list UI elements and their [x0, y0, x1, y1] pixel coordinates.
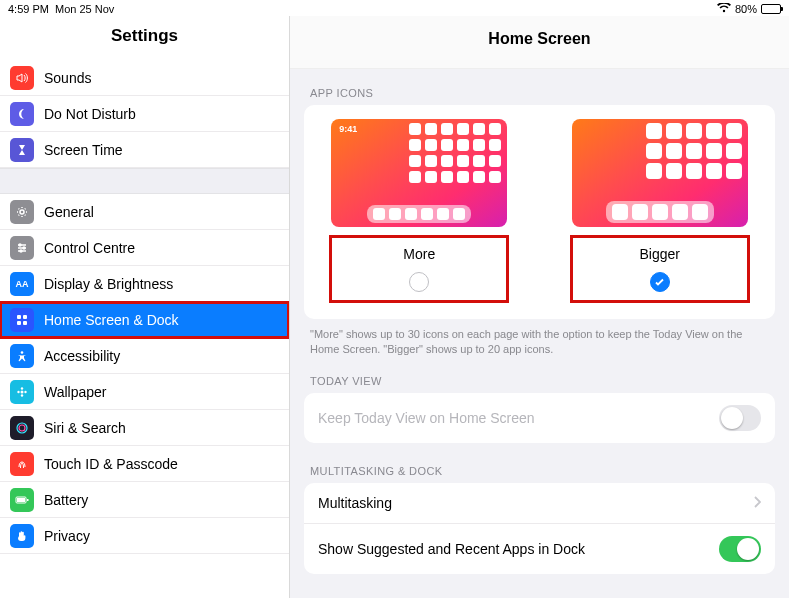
status-date: Mon 25 Nov [55, 3, 114, 15]
svg-point-3 [20, 250, 22, 252]
option-label-more: More [403, 246, 435, 262]
sidebar-item-battery[interactable]: Battery [0, 482, 289, 518]
row-multitasking[interactable]: Multitasking [304, 483, 775, 524]
sidebar-item-privacy[interactable]: Privacy [0, 518, 289, 554]
detail-pane: Home Screen APP ICONS 9:41 [290, 16, 789, 598]
svg-rect-7 [23, 321, 27, 325]
sidebar-item-label: Do Not Disturb [44, 106, 136, 122]
sidebar-item-touch-id[interactable]: Touch ID & Passcode [0, 446, 289, 482]
text-size-icon: AA [10, 272, 34, 296]
sidebar-item-sounds[interactable]: Sounds [0, 60, 289, 96]
svg-point-15 [19, 425, 25, 431]
speaker-icon [10, 66, 34, 90]
sidebar-title: Settings [0, 16, 289, 60]
radio-more[interactable] [409, 272, 429, 292]
svg-rect-17 [27, 499, 29, 501]
radio-bigger[interactable] [650, 272, 670, 292]
preview-clock: 9:41 [339, 124, 357, 134]
svg-rect-5 [23, 315, 27, 319]
sliders-icon [10, 236, 34, 260]
battery-percent: 80% [735, 3, 757, 15]
switch-today-view[interactable] [719, 405, 761, 431]
preview-bigger [572, 119, 748, 227]
sidebar-item-label: General [44, 204, 94, 220]
app-icons-card: 9:41 More [304, 105, 775, 319]
svg-point-1 [19, 244, 21, 246]
svg-rect-6 [17, 321, 21, 325]
svg-point-0 [20, 210, 24, 214]
svg-point-13 [24, 390, 26, 392]
svg-point-12 [17, 390, 19, 392]
battery-icon [10, 488, 34, 512]
settings-sidebar: Settings Sounds Do Not Disturb Screen Ti… [0, 16, 290, 598]
sidebar-item-control-centre[interactable]: Control Centre [0, 230, 289, 266]
battery-icon [761, 4, 781, 14]
svg-point-10 [21, 387, 23, 389]
svg-rect-18 [17, 498, 25, 502]
detail-title: Home Screen [290, 16, 789, 69]
app-icons-option-bigger[interactable]: Bigger [560, 119, 760, 303]
sidebar-item-home-screen-dock[interactable]: Home Screen & Dock [0, 302, 289, 338]
row-today-view[interactable]: Keep Today View on Home Screen [304, 393, 775, 443]
svg-point-2 [23, 247, 25, 249]
sidebar-item-label: Touch ID & Passcode [44, 456, 178, 472]
sidebar-item-siri-search[interactable]: Siri & Search [0, 410, 289, 446]
svg-point-8 [21, 351, 24, 354]
app-icons-option-more[interactable]: 9:41 More [319, 119, 519, 303]
row-suggested-apps[interactable]: Show Suggested and Recent Apps in Dock [304, 524, 775, 574]
hourglass-icon [10, 138, 34, 162]
hand-icon [10, 524, 34, 548]
row-label-today-view: Keep Today View on Home Screen [318, 410, 535, 426]
sidebar-item-label: Sounds [44, 70, 91, 86]
sidebar-item-label: Privacy [44, 528, 90, 544]
status-bar: 4:59 PM Mon 25 Nov 80% [0, 0, 789, 16]
sidebar-item-screen-time[interactable]: Screen Time [0, 132, 289, 168]
preview-more: 9:41 [331, 119, 507, 227]
sidebar-item-label: Control Centre [44, 240, 135, 256]
switch-suggested-apps[interactable] [719, 536, 761, 562]
sidebar-item-general[interactable]: General [0, 194, 289, 230]
sidebar-item-label: Wallpaper [44, 384, 107, 400]
sidebar-item-label: Battery [44, 492, 88, 508]
sidebar-item-accessibility[interactable]: Accessibility [0, 338, 289, 374]
section-header-today-view: TODAY VIEW [304, 375, 775, 393]
row-label-suggested-apps: Show Suggested and Recent Apps in Dock [318, 541, 585, 557]
wifi-icon [717, 3, 731, 15]
siri-icon [10, 416, 34, 440]
svg-point-11 [21, 394, 23, 396]
fingerprint-icon [10, 452, 34, 476]
section-header-app-icons: APP ICONS [304, 87, 775, 105]
svg-point-9 [21, 390, 24, 393]
sidebar-item-label: Home Screen & Dock [44, 312, 179, 328]
app-icons-footnote: "More" shows up to 30 icons on each page… [304, 319, 775, 375]
option-label-bigger: Bigger [640, 246, 680, 262]
status-time: 4:59 PM [8, 3, 49, 15]
sidebar-item-do-not-disturb[interactable]: Do Not Disturb [0, 96, 289, 132]
accessibility-icon [10, 344, 34, 368]
sidebar-item-label: Display & Brightness [44, 276, 173, 292]
gear-icon [10, 200, 34, 224]
section-header-multitasking: MULTITASKING & DOCK [304, 465, 775, 483]
svg-rect-4 [17, 315, 21, 319]
sidebar-item-label: Accessibility [44, 348, 120, 364]
sidebar-item-display-brightness[interactable]: AA Display & Brightness [0, 266, 289, 302]
chevron-right-icon [753, 495, 761, 511]
moon-icon [10, 102, 34, 126]
sidebar-item-wallpaper[interactable]: Wallpaper [0, 374, 289, 410]
sidebar-item-label: Siri & Search [44, 420, 126, 436]
home-grid-icon [10, 308, 34, 332]
row-label-multitasking: Multitasking [318, 495, 392, 511]
sidebar-item-label: Screen Time [44, 142, 123, 158]
flower-icon [10, 380, 34, 404]
